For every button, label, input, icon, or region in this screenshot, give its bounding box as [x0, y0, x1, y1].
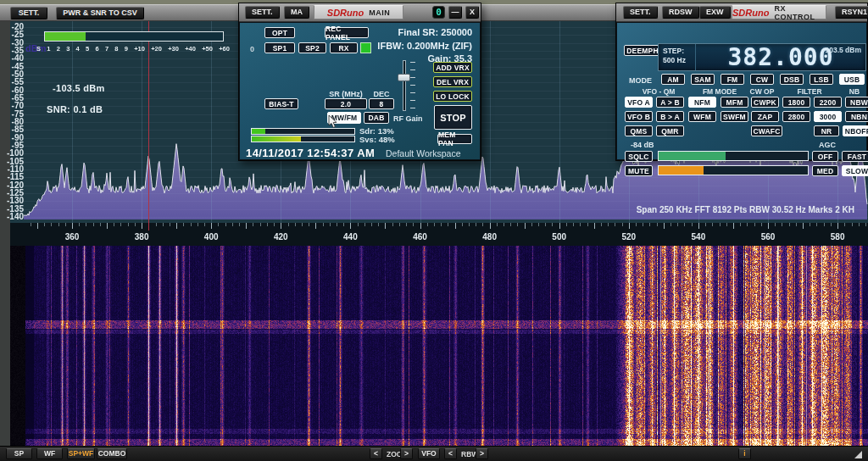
rbw-increase-button[interactable]: > [476, 448, 488, 459]
vrx-count-led: 0 [432, 6, 445, 19]
cwpk-button[interactable]: CWPK [751, 97, 779, 108]
mode-usb-button[interactable]: USB [839, 74, 865, 85]
rf-gain-slider-ticks [410, 62, 415, 109]
bias-t-button[interactable]: BIAS-T [264, 98, 298, 109]
waterfall-canvas[interactable] [0, 246, 868, 446]
main-window: SETT. MA SDRuno MAIN 0 — X OPT REC PANEL… [238, 3, 481, 161]
rec-panel-button[interactable]: REC PANEL [325, 27, 369, 38]
mem-pan-button[interactable]: MEM PAN [437, 134, 472, 144]
sp-wf-mode-button[interactable]: SP+WF [67, 448, 95, 459]
nfm-button[interactable]: NFM [688, 97, 716, 108]
agc-slow-button[interactable]: SLOW [842, 165, 868, 176]
agc-fast-button[interactable]: FAST [842, 151, 868, 162]
mode-am-button[interactable]: AM [661, 74, 685, 85]
nbn-button[interactable]: NBN [845, 111, 868, 122]
mode-label: MODE [629, 76, 652, 85]
deemph-button[interactable]: DEEMPH [624, 45, 661, 56]
spectrum-settings-button[interactable]: SETT. [10, 7, 47, 19]
vfo-button[interactable]: VFO [418, 448, 440, 459]
filter-2200-button[interactable]: 2200 [814, 97, 842, 108]
qmr-button[interactable]: QMR [656, 125, 684, 136]
signal-level-readout: -103.5 dBm [823, 46, 861, 54]
rx-content: DEEMPH STEP: 500 Hz 382.000 -103.5 dBm M… [617, 23, 866, 159]
vfo-a-button[interactable]: VFO A [625, 97, 653, 108]
swfm-button[interactable]: SWFM [721, 111, 748, 122]
mode-cw-button[interactable]: CW [750, 74, 774, 85]
rx-button[interactable]: RX [330, 42, 358, 53]
mode-dsb-button[interactable]: DSB [780, 74, 804, 85]
mode-sam-button[interactable]: SAM [691, 74, 715, 85]
filter-2800-button[interactable]: 2800 [782, 111, 810, 122]
filter-3000-button[interactable]: 3000 [814, 111, 842, 122]
mouse-cursor [328, 115, 338, 129]
dec-value-field[interactable]: 8 [369, 98, 394, 109]
rdsw-button[interactable]: RDSW [662, 6, 699, 19]
nboff-button[interactable]: NBOFF [843, 125, 868, 136]
combo-mode-button[interactable]: COMBO [97, 448, 127, 459]
agc-off-button[interactable]: OFF [812, 151, 838, 162]
sqlc-button[interactable]: SQLC [625, 151, 653, 162]
waterfall-area [0, 246, 868, 446]
ma-button[interactable]: MA [284, 6, 309, 19]
zoom-in-button[interactable]: > [400, 448, 413, 459]
wfm-button[interactable]: WFM [688, 111, 716, 122]
rsyn1-button[interactable]: RSYN1 [835, 6, 868, 19]
sp1-button[interactable]: SP1 [264, 42, 295, 53]
sr-label: SR (MHz) [325, 90, 367, 98]
resize-grip-icon[interactable] [854, 451, 862, 458]
sdr-load-fill [252, 129, 265, 134]
frequency-display[interactable]: STEP: 500 Hz 382.000 -103.5 dBm [658, 43, 866, 71]
sdruno-brand: SDRuno [732, 8, 769, 18]
cwafc-button[interactable]: CWAFC [751, 125, 782, 136]
step-value: 500 Hz [663, 56, 686, 64]
info-button[interactable]: i [738, 448, 751, 459]
volume-bar[interactable] [658, 165, 809, 175]
b-to-a-button[interactable]: B > A [656, 111, 684, 122]
display-mode-toolbar: SP WF SP+WF COMBO < ZOOM > VFO < RBW > i [0, 446, 868, 461]
rx-titlebar: SETT. RDSW EXW SDRuno RX CONTROL RSYN1 [616, 3, 867, 22]
sdruno-brand: SDRuno [327, 8, 364, 18]
sp-mode-button[interactable]: SP [6, 448, 32, 459]
lo-lock-button[interactable]: LO LOCK [433, 91, 472, 102]
squelch-bar[interactable] [658, 151, 809, 161]
del-vrx-button[interactable]: DEL VRX [433, 76, 472, 87]
frequency-axis-canvas[interactable] [0, 223, 868, 246]
nbw-button[interactable]: NBW [845, 97, 868, 108]
mode-fm-button[interactable]: FM [721, 74, 744, 85]
zoom-out-button[interactable]: < [370, 448, 382, 459]
mfm-button[interactable]: MFM [721, 97, 748, 108]
rx-settings-button[interactable]: SETT. [623, 6, 658, 19]
opt-button[interactable]: OPT [264, 27, 295, 38]
main-settings-button[interactable]: SETT. [245, 6, 280, 19]
sp2-button[interactable]: SP2 [298, 42, 326, 53]
exw-button[interactable]: EXW [699, 6, 731, 19]
rf-gain-slider-track [403, 60, 406, 111]
pwr-snr-to-csv-button[interactable]: PWR & SNR TO CSV [56, 7, 144, 19]
zap-button[interactable]: ZAP [751, 111, 779, 122]
sdr-load-bar [251, 128, 355, 135]
sys-load-label: Svs: 48% [359, 135, 395, 144]
nr-button[interactable]: NR [814, 125, 839, 136]
a-to-b-button[interactable]: A > B [656, 97, 684, 108]
rf-gain-slider-handle[interactable] [398, 74, 410, 81]
filter-1800-button[interactable]: 1800 [782, 97, 810, 108]
vfo-b-button[interactable]: VFO B [625, 111, 653, 122]
rbw-decrease-button[interactable]: < [444, 448, 457, 459]
wf-mode-button[interactable]: WF [36, 448, 63, 459]
rx-title-plate: SDRuno RX CONTROL [732, 5, 826, 19]
ifbw-readout: IFBW: 0.200MHz (ZIF) [377, 41, 472, 51]
close-button[interactable]: X [465, 6, 479, 19]
stop-button[interactable]: STOP [434, 105, 472, 130]
rx-title: RX CONTROL [774, 4, 826, 21]
agc-med-button[interactable]: MED [812, 165, 838, 176]
dab-button[interactable]: DAB [364, 112, 389, 124]
vrx-index-label: 0 [250, 45, 254, 53]
sr-value-field[interactable]: 2.0 [325, 98, 367, 109]
sys-load-bar [251, 136, 355, 142]
mode-lsb-button[interactable]: LSB [810, 74, 833, 85]
minimize-button[interactable]: — [448, 6, 462, 19]
mute-button[interactable]: MUTE [625, 165, 653, 176]
qms-button[interactable]: QMS [625, 125, 653, 136]
main-title-plate: SDRuno MAIN [314, 5, 403, 19]
add-vrx-button[interactable]: ADD VRX [433, 62, 472, 73]
